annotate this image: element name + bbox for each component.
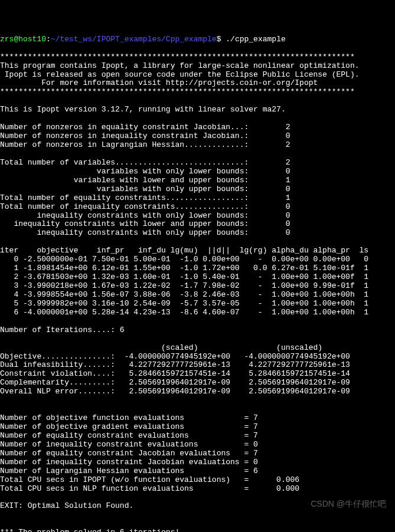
terminal-output: zrs@host10:~/test_ws/IPOPT_examples/Cpp_… bbox=[0, 35, 395, 532]
result-line: Complementarity.........: 2.505691996401… bbox=[0, 378, 350, 387]
constraints-line: Total number of inequality constraints..… bbox=[0, 202, 290, 211]
eval-line: Number of inequality constraint Jacobian… bbox=[0, 458, 258, 467]
eval-line: Total CPU secs in NLP function evaluatio… bbox=[0, 484, 299, 493]
constraints-line: inequality constraints with only upper b… bbox=[0, 228, 290, 237]
result-line: Overall NLP error.......: 2.505691996401… bbox=[0, 387, 350, 396]
nonzeros-line: Number of nonzeros in inequality constra… bbox=[0, 132, 290, 140]
result-line: Constraint violation....: 5.284661597215… bbox=[0, 369, 350, 378]
nonzeros-line: Number of nonzeros in equality constrain… bbox=[0, 123, 290, 132]
eval-line: Number of Lagrangian Hessian evaluations… bbox=[0, 467, 258, 475]
exit-line: EXIT: Optimal Solution Found. bbox=[0, 501, 133, 510]
prompt-colon: : bbox=[46, 35, 51, 44]
eval-line: Number of equality constraint evaluation… bbox=[0, 431, 258, 440]
prompt-dollar: $ bbox=[217, 35, 221, 44]
success-line: *** The problem solved in 6 iterations! bbox=[0, 528, 179, 532]
num-iterations: Number of Iterations....: 6 bbox=[0, 326, 125, 334]
constraints-line: inequality constraints with lower and up… bbox=[0, 219, 290, 228]
iteration-row: 4 -3.9998554e+00 1.56e-07 3.88e-06 -3.8 … bbox=[0, 290, 368, 299]
scaled-header: (scaled) (unscaled) bbox=[0, 343, 322, 352]
result-line: Objective...............: -4.00000007749… bbox=[0, 352, 350, 361]
variables-line: Total number of variables...............… bbox=[0, 158, 290, 167]
iteration-row: 1 -1.8981454e+00 6.12e-01 1.55e+00 -1.0 … bbox=[0, 264, 368, 272]
iteration-row: 5 -3.9999982e+00 3.16e-10 2.54e-09 -5.7 … bbox=[0, 299, 368, 308]
variables-line: variables with only lower bounds: 0 bbox=[0, 167, 290, 176]
iteration-row: 0 -2.5000000e-01 7.50e-01 5.00e-01 -1.0 … bbox=[0, 255, 368, 264]
iteration-header: iter objective inf_pr inf_du lg(mu) ||d|… bbox=[0, 246, 368, 255]
header-line2: Ipopt is released as open source code un… bbox=[0, 70, 360, 79]
prompt-user: zrs@host10 bbox=[0, 35, 46, 44]
constraints-line: Total number of equality constraints....… bbox=[0, 193, 290, 202]
divider-stars: ****************************************… bbox=[0, 87, 355, 96]
iteration-row: 2 -3.6781503e+00 1.32e-03 1.60e-01 -1.0 … bbox=[0, 272, 368, 281]
eval-line: Number of equality constraint Jacobian e… bbox=[0, 449, 258, 458]
iteration-row: 6 -4.0000001e+00 5.28e-14 4.23e-13 -8.6 … bbox=[0, 308, 368, 317]
variables-line: variables with only upper bounds: 0 bbox=[0, 185, 290, 193]
eval-line: Number of objective function evaluations… bbox=[0, 413, 258, 422]
eval-line: Number of inequality constraint evaluati… bbox=[0, 440, 258, 449]
eval-line: Number of objective gradient evaluations… bbox=[0, 422, 258, 431]
header-line3: For more information visit http://projec… bbox=[0, 78, 318, 87]
prompt-path: ~/test_ws/IPOPT_examples/Cpp_example bbox=[51, 35, 217, 44]
command-text: ./cpp_example bbox=[226, 35, 285, 44]
iteration-row: 3 -3.9900218e+00 1.67e-03 1.22e-02 -1.7 … bbox=[0, 281, 368, 290]
header-line1: This program contains Ipopt, a library f… bbox=[0, 61, 360, 70]
divider-stars: ****************************************… bbox=[0, 52, 355, 61]
constraints-line: inequality constraints with only lower b… bbox=[0, 211, 290, 220]
version-line: This is Ipopt version 3.12.7, running wi… bbox=[0, 105, 286, 114]
result-line: Dual infeasibility......: 4.227729277772… bbox=[0, 360, 350, 369]
nonzeros-line: Number of nonzeros in Lagrangian Hessian… bbox=[0, 140, 290, 149]
eval-line: Total CPU secs in IPOPT (w/o function ev… bbox=[0, 475, 299, 484]
watermark: CSDN @牛仔很忙吧 bbox=[311, 499, 386, 508]
variables-line: variables with lower and upper bounds: 1 bbox=[0, 176, 290, 185]
